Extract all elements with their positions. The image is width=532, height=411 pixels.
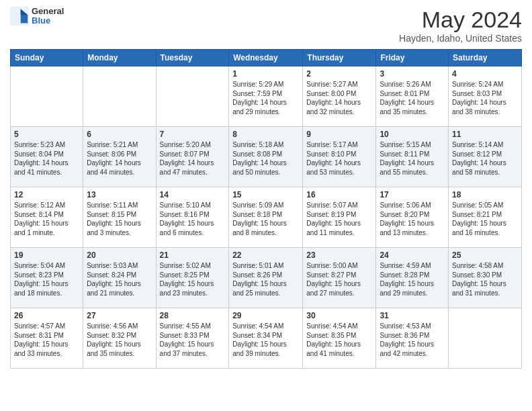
calendar-cell: 3Sunrise: 5:26 AMSunset: 8:01 PMDaylight… bbox=[376, 66, 449, 127]
calendar-cell: 12Sunrise: 5:12 AMSunset: 8:14 PMDayligh… bbox=[11, 187, 83, 248]
daylight-text: and 55 minutes. bbox=[380, 169, 427, 176]
day-number: 5 bbox=[14, 130, 79, 139]
daylight-text: and 37 minutes. bbox=[160, 350, 208, 357]
day-number: 31 bbox=[380, 311, 445, 320]
sunset-text: Sunset: 8:08 PM bbox=[232, 150, 282, 158]
sunrise-text: Sunrise: 5:05 AM bbox=[452, 201, 503, 209]
daylight-text: and 35 minutes. bbox=[87, 350, 134, 357]
calendar-cell: 5Sunrise: 5:23 AMSunset: 8:04 PMDaylight… bbox=[11, 127, 83, 187]
sunrise-text: Sunrise: 5:03 AM bbox=[87, 262, 138, 269]
daylight-text: Daylight: 15 hours bbox=[232, 340, 287, 348]
daylight-text: and 44 minutes. bbox=[87, 169, 134, 176]
logo-blue-text: Blue bbox=[32, 16, 64, 26]
day-number: 10 bbox=[380, 130, 445, 139]
sunset-text: Sunset: 8:07 PM bbox=[160, 150, 210, 158]
sunrise-text: Sunrise: 5:11 AM bbox=[87, 201, 138, 209]
sunset-text: Sunset: 8:26 PM bbox=[232, 271, 282, 279]
sunset-text: Sunset: 8:27 PM bbox=[306, 271, 356, 279]
daylight-text: and 25 minutes. bbox=[232, 289, 280, 297]
day-number: 18 bbox=[452, 190, 518, 199]
calendar-cell: 6Sunrise: 5:21 AMSunset: 8:06 PMDaylight… bbox=[83, 127, 156, 187]
day-number: 24 bbox=[380, 250, 445, 260]
daylight-text: and 31 minutes. bbox=[452, 289, 500, 297]
calendar-cell: 24Sunrise: 4:59 AMSunset: 8:28 PMDayligh… bbox=[376, 248, 449, 308]
sunrise-text: Sunrise: 5:14 AM bbox=[452, 141, 503, 148]
daylight-text: and 27 minutes. bbox=[306, 289, 354, 297]
calendar-cell bbox=[449, 308, 522, 369]
calendar-cell: 31Sunrise: 4:53 AMSunset: 8:36 PMDayligh… bbox=[376, 308, 449, 369]
sunrise-text: Sunrise: 5:12 AM bbox=[14, 201, 65, 209]
calendar-cell bbox=[11, 66, 83, 127]
sunrise-text: Sunrise: 4:56 AM bbox=[87, 322, 138, 330]
calendar-cell: 9Sunrise: 5:17 AMSunset: 8:10 PMDaylight… bbox=[303, 127, 376, 187]
daylight-text: and 13 minutes. bbox=[380, 229, 427, 236]
calendar-cell: 28Sunrise: 4:55 AMSunset: 8:33 PMDayligh… bbox=[156, 308, 229, 369]
calendar-cell: 13Sunrise: 5:11 AMSunset: 8:15 PMDayligh… bbox=[83, 187, 156, 248]
calendar-cell: 27Sunrise: 4:56 AMSunset: 8:32 PMDayligh… bbox=[83, 308, 156, 369]
calendar-cell: 16Sunrise: 5:07 AMSunset: 8:19 PMDayligh… bbox=[303, 187, 376, 248]
weekday-header-row: SundayMondayTuesdayWednesdayThursdayFrid… bbox=[11, 50, 522, 66]
daylight-text: and 39 minutes. bbox=[232, 350, 280, 357]
sunset-text: Sunset: 8:25 PM bbox=[160, 271, 210, 279]
sunset-text: Sunset: 8:04 PM bbox=[14, 150, 64, 158]
sunset-text: Sunset: 8:16 PM bbox=[160, 211, 210, 218]
sunset-text: Sunset: 8:14 PM bbox=[14, 211, 64, 218]
sunset-text: Sunset: 8:03 PM bbox=[452, 90, 502, 97]
sunset-text: Sunset: 8:00 PM bbox=[306, 90, 356, 97]
sunset-text: Sunset: 8:30 PM bbox=[452, 271, 502, 279]
daylight-text: Daylight: 14 hours bbox=[232, 99, 287, 106]
daylight-text: Daylight: 14 hours bbox=[306, 99, 361, 106]
daylight-text: Daylight: 14 hours bbox=[14, 159, 69, 167]
sunrise-text: Sunrise: 5:26 AM bbox=[380, 81, 431, 88]
sunset-text: Sunset: 8:21 PM bbox=[452, 211, 502, 218]
sunrise-text: Sunrise: 4:54 AM bbox=[232, 322, 283, 330]
daylight-text: and 8 minutes. bbox=[232, 229, 277, 236]
weekday-header: Tuesday bbox=[156, 50, 229, 66]
daylight-text: Daylight: 15 hours bbox=[380, 220, 434, 227]
daylight-text: and 1 minute. bbox=[14, 229, 55, 236]
sunrise-text: Sunrise: 5:10 AM bbox=[160, 201, 211, 209]
sunrise-text: Sunrise: 5:24 AM bbox=[452, 81, 503, 88]
sunrise-text: Sunrise: 4:57 AM bbox=[14, 322, 65, 330]
sunset-text: Sunset: 8:28 PM bbox=[380, 271, 429, 279]
sunset-text: Sunset: 8:35 PM bbox=[306, 332, 356, 339]
sunset-text: Sunset: 8:31 PM bbox=[14, 332, 64, 339]
calendar-cell: 11Sunrise: 5:14 AMSunset: 8:12 PMDayligh… bbox=[449, 127, 522, 187]
sunrise-text: Sunrise: 5:15 AM bbox=[380, 141, 431, 148]
daylight-text: and 32 minutes. bbox=[306, 108, 354, 116]
calendar-cell: 17Sunrise: 5:06 AMSunset: 8:20 PMDayligh… bbox=[376, 187, 449, 248]
daylight-text: and 47 minutes. bbox=[160, 169, 208, 176]
sunrise-text: Sunrise: 5:27 AM bbox=[306, 81, 357, 88]
daylight-text: Daylight: 15 hours bbox=[87, 340, 141, 348]
calendar-cell: 8Sunrise: 5:18 AMSunset: 8:08 PMDaylight… bbox=[229, 127, 303, 187]
calendar-header: SundayMondayTuesdayWednesdayThursdayFrid… bbox=[11, 50, 522, 66]
daylight-text: and 41 minutes. bbox=[14, 169, 62, 176]
sunrise-text: Sunrise: 5:02 AM bbox=[160, 262, 211, 269]
daylight-text: Daylight: 15 hours bbox=[160, 280, 214, 287]
calendar-cell bbox=[156, 66, 229, 127]
page-header: General Blue May 2024 Hayden, Idaho, Uni… bbox=[10, 7, 522, 44]
title-block: May 2024 Hayden, Idaho, United States bbox=[399, 7, 522, 44]
day-number: 23 bbox=[306, 250, 372, 260]
daylight-text: Daylight: 15 hours bbox=[160, 340, 214, 348]
daylight-text: Daylight: 14 hours bbox=[380, 159, 434, 167]
day-number: 25 bbox=[452, 250, 518, 260]
daylight-text: and 18 minutes. bbox=[14, 289, 62, 297]
day-number: 17 bbox=[380, 190, 445, 199]
calendar-cell: 19Sunrise: 5:04 AMSunset: 8:23 PMDayligh… bbox=[11, 248, 83, 308]
calendar-table: SundayMondayTuesdayWednesdayThursdayFrid… bbox=[10, 49, 522, 369]
sunset-text: Sunset: 8:24 PM bbox=[87, 271, 136, 279]
sunrise-text: Sunrise: 5:21 AM bbox=[87, 141, 138, 148]
daylight-text: Daylight: 15 hours bbox=[452, 220, 506, 227]
daylight-text: Daylight: 14 hours bbox=[452, 159, 506, 167]
daylight-text: and 21 minutes. bbox=[87, 289, 134, 297]
calendar-cell: 2Sunrise: 5:27 AMSunset: 8:00 PMDaylight… bbox=[303, 66, 376, 127]
daylight-text: Daylight: 15 hours bbox=[232, 220, 287, 227]
daylight-text: Daylight: 15 hours bbox=[452, 280, 506, 287]
daylight-text: and 16 minutes. bbox=[452, 229, 500, 236]
sunrise-text: Sunrise: 4:53 AM bbox=[380, 322, 431, 330]
calendar-cell: 25Sunrise: 4:58 AMSunset: 8:30 PMDayligh… bbox=[449, 248, 522, 308]
calendar-cell bbox=[83, 66, 156, 127]
logo: General Blue bbox=[10, 7, 64, 26]
daylight-text: and 33 minutes. bbox=[14, 350, 62, 357]
